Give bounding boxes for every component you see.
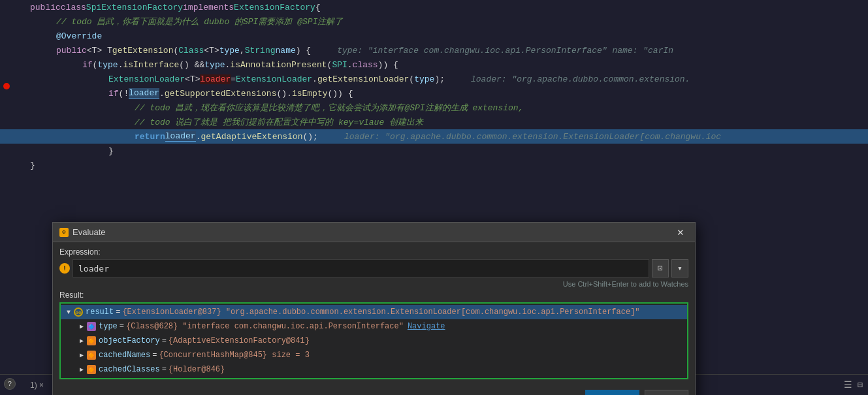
objfactory-var: objectFactory <box>99 336 160 345</box>
objfactory-expand[interactable]: ▶ <box>76 336 87 346</box>
evaluate-button[interactable]: Evaluate <box>585 390 639 395</box>
cachedclasses-expand[interactable]: ▶ <box>76 364 87 375</box>
cachedclasses-icon: 🔶 <box>87 365 96 374</box>
help-button[interactable]: ? <box>4 378 16 390</box>
cachednames-eq: = <box>152 351 157 360</box>
type-eq: = <box>120 322 124 331</box>
code-line-8: // todo 昌武，现在看你应该算是比较清楚了吧，它就会尝试为添加有@SPI注… <box>0 101 868 115</box>
dialog-titlebar: ⚙ Evaluate ✕ <box>53 223 695 242</box>
panel-icon-1[interactable]: ☰ <box>844 379 852 390</box>
var-type2: type <box>204 60 225 70</box>
method: getExtension <box>112 46 174 55</box>
get-extension-loader: getExtensionLoader <box>317 74 409 84</box>
dropdown-button[interactable]: ▾ <box>671 259 688 277</box>
expression-row: ! ⊡ ▾ <box>59 259 688 277</box>
navigate-link[interactable]: Navigate <box>408 322 445 331</box>
tree-row-objectfactory[interactable]: ▶ 🔶 objectFactory = {AdaptiveExtensionFa… <box>61 334 687 348</box>
root-eq: = <box>116 308 120 317</box>
comment-3: // todo 说白了就是 把我们提前在配置文件中写的 key=vlaue 创建… <box>135 116 423 128</box>
code-line-3: @Override <box>0 29 868 43</box>
cachednames-var: cachedNames <box>99 351 150 360</box>
closing-brace: } <box>30 161 35 170</box>
expand-button[interactable]: ⊡ <box>652 259 669 277</box>
class-name: SpiExtensionFactory <box>86 3 183 12</box>
method-isAnnotation: isAnnotationPresent <box>230 60 327 70</box>
type: Class <box>178 46 204 55</box>
code-line-1: public class SpiExtensionFactory impleme… <box>0 0 868 14</box>
keyword-if2: if <box>108 89 119 99</box>
type-val: {Class@628} "interface com.changwu.ioc.a… <box>126 322 404 331</box>
expression-icon: ! <box>59 263 70 274</box>
cachedclasses-var: cachedClasses <box>99 365 160 374</box>
param-name: name <box>276 46 296 55</box>
objfactory-icon: 🔶 <box>87 336 96 345</box>
code-line-5: if ( type . isInterface () && type . isA… <box>0 57 868 72</box>
keyword-class2: class <box>353 60 378 70</box>
cachedclasses-eq: = <box>162 365 167 374</box>
keyword-implements: implements <box>183 3 234 12</box>
watches-hint: Use Ctrl+Shift+Enter to add to Watches <box>59 280 688 288</box>
keyword: public <box>56 46 87 55</box>
close-button[interactable]: Close <box>645 390 688 395</box>
evaluate-icon: ⚙ <box>59 228 69 237</box>
comment-text: // todo 昌武，你看下面就是为什么 dubbo 的SPI需要添加 @SPI… <box>56 16 343 27</box>
dialog-body: Expression: ! ⊡ ▾ Use Ctrl+Shift+Enter t… <box>53 242 695 385</box>
cachednames-icon: 🔶 <box>87 351 96 360</box>
code-line-7: if (! loader . getSupportedExtensions ()… <box>0 86 868 101</box>
extension-loader: ExtensionLoader <box>236 74 312 84</box>
dialog-footer: Evaluate Close <box>53 385 695 395</box>
tree-row-cachednames[interactable]: ▶ 🔶 cachedNames = {ConcurrentHashMap@845… <box>61 348 687 362</box>
hint-type: type: "interface com.changwu.ioc.api.Per… <box>337 46 673 55</box>
type-param: type <box>414 74 434 84</box>
code-line-6: ExtensionLoader <T> loader = ExtensionLo… <box>0 72 868 86</box>
code-line-11: } <box>0 144 868 158</box>
get-supported: getSupportedExtensions <box>165 89 277 99</box>
brace: { <box>315 3 321 12</box>
root-icon: oo <box>74 308 83 317</box>
objfactory-eq: = <box>162 336 167 345</box>
result-tree: ▼ oo result = {ExtensionLoader@837} "org… <box>59 302 688 379</box>
code-line-10: return loader . getAdaptiveExtension ();… <box>0 129 868 144</box>
code-line-12: } <box>0 158 868 172</box>
type-var: type <box>99 322 118 331</box>
string-type: String <box>245 46 276 55</box>
loader-type: ExtensionLoader <box>108 74 185 84</box>
root-val: {ExtensionLoader@837} "org.apache.dubbo.… <box>122 308 639 317</box>
generic: <T> T <box>87 46 112 55</box>
loader-hl: loader <box>129 88 159 99</box>
objfactory-val: {AdaptiveExtensionFactory@841} <box>169 336 310 345</box>
generic2: <T> <box>204 46 219 55</box>
param-type: type <box>219 46 240 55</box>
hint-return: loader: "org.apache.dubbo.common.extensi… <box>344 132 721 142</box>
hint-loader: loader: "org.apache.dubbo.common.extensi… <box>471 74 690 84</box>
result-label: Result: <box>59 291 688 300</box>
keyword-if: if <box>82 60 93 70</box>
method-isInterface: isInterface <box>123 60 179 70</box>
code-line-4: public <T> T getExtension ( Class <T> ty… <box>0 43 868 57</box>
dialog-close-button[interactable]: ✕ <box>673 227 688 238</box>
params: ( <box>173 46 178 55</box>
tree-row-cachedclasses[interactable]: ▶ 🔶 cachedClasses = {Holder@846} <box>61 362 687 377</box>
cachednames-expand[interactable]: ▶ <box>76 350 87 360</box>
panel-icon-2[interactable]: ⊟ <box>858 379 863 390</box>
spi-class: SPI <box>332 60 347 70</box>
code-line-2: // todo 昌武，你看下面就是为什么 dubbo 的SPI需要添加 @SPI… <box>0 14 868 29</box>
type-expand-icon[interactable]: ▶ <box>76 321 87 332</box>
dialog-title: Evaluate <box>72 227 106 237</box>
root-var: result <box>86 308 114 317</box>
code-line-9: // todo 说白了就是 把我们提前在配置文件中写的 key=vlaue 创建… <box>0 115 868 129</box>
bottom-tab-1x[interactable]: 1) × <box>26 379 48 391</box>
get-adaptive: getAdaptiveExtension <box>201 132 302 142</box>
tree-row-type[interactable]: ▶ 🔷 type = {Class@628} "interface com.ch… <box>61 319 687 334</box>
code-content: public class SpiExtensionFactory impleme… <box>30 3 868 12</box>
expression-input[interactable] <box>72 259 649 277</box>
is-empty: isEmpty <box>292 89 328 99</box>
keyword-class: class <box>61 3 86 12</box>
root-expand-icon[interactable]: ▼ <box>63 307 74 317</box>
annotation: @Override <box>56 31 102 41</box>
code-editor: public class SpiExtensionFactory impleme… <box>0 0 868 395</box>
expression-label: Expression: <box>59 247 688 257</box>
comment-2: // todo 昌武，现在看你应该算是比较清楚了吧，它就会尝试为添加有@SPI注… <box>135 102 523 114</box>
interface-name: ExtensionFactory <box>234 3 315 12</box>
tree-row-root[interactable]: ▼ oo result = {ExtensionLoader@837} "org… <box>61 305 687 319</box>
